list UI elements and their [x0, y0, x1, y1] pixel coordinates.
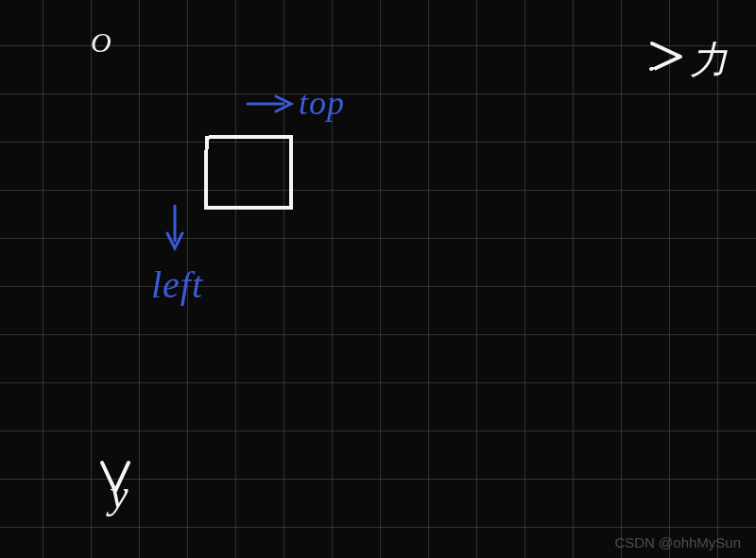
y-axis	[102, 53, 129, 491]
positioned-box	[206, 137, 291, 208]
top-label-arrow	[248, 96, 291, 111]
left-distance-indicator	[125, 172, 204, 181]
top-label: top	[299, 83, 345, 123]
origin-label: O	[91, 26, 112, 59]
x-axis-label: 力	[690, 34, 728, 86]
left-label: left	[151, 262, 203, 307]
svg-rect-2	[206, 137, 291, 208]
x-axis	[112, 43, 680, 70]
left-label-arrow	[167, 206, 182, 248]
y-axis-label: y	[110, 470, 129, 518]
watermark: CSDN @ohhMySun	[614, 534, 741, 550]
